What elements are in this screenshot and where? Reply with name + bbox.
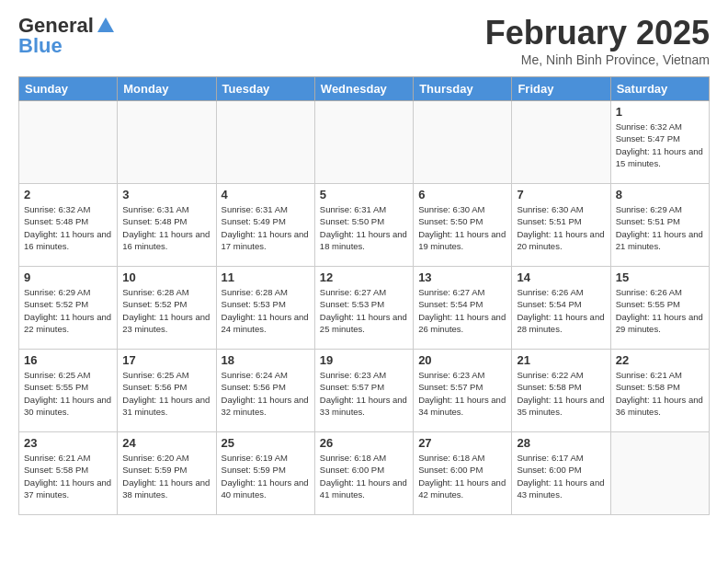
day-number: 7 (517, 188, 605, 201)
calendar-cell: 6Sunrise: 6:30 AM Sunset: 5:50 PM Daylig… (414, 184, 512, 267)
calendar-cell: 10Sunrise: 6:28 AM Sunset: 5:52 PM Dayli… (118, 267, 216, 350)
calendar-cell: 26Sunrise: 6:18 AM Sunset: 6:00 PM Dayli… (314, 432, 413, 515)
calendar-cell: 20Sunrise: 6:23 AM Sunset: 5:57 PM Dayli… (414, 350, 512, 432)
day-info: Sunrise: 6:26 AM Sunset: 5:55 PM Dayligh… (616, 286, 704, 335)
day-info: Sunrise: 6:29 AM Sunset: 5:52 PM Dayligh… (24, 286, 112, 335)
calendar-cell: 27Sunrise: 6:18 AM Sunset: 6:00 PM Dayli… (414, 432, 512, 515)
day-number: 5 (320, 188, 408, 201)
day-info: Sunrise: 6:31 AM Sunset: 5:49 PM Dayligh… (222, 203, 310, 252)
calendar-cell: 17Sunrise: 6:25 AM Sunset: 5:56 PM Dayli… (118, 350, 216, 432)
weekday-header-saturday: Saturday (610, 77, 709, 101)
day-number: 18 (222, 353, 310, 367)
day-number: 4 (222, 188, 310, 201)
day-number: 11 (222, 270, 310, 284)
day-number: 9 (24, 270, 112, 284)
day-number: 22 (616, 353, 704, 367)
day-info: Sunrise: 6:17 AM Sunset: 6:00 PM Dayligh… (517, 452, 605, 500)
week-row-4: 16Sunrise: 6:25 AM Sunset: 5:55 PM Dayli… (19, 350, 710, 432)
calendar-cell (19, 101, 118, 184)
page: General Blue February 2025 Me, Ninh Binh… (0, 0, 728, 529)
month-title: February 2025 (485, 14, 710, 52)
calendar-cell: 7Sunrise: 6:30 AM Sunset: 5:51 PM Daylig… (512, 184, 610, 267)
day-info: Sunrise: 6:18 AM Sunset: 6:00 PM Dayligh… (320, 452, 408, 500)
day-info: Sunrise: 6:32 AM Sunset: 5:48 PM Dayligh… (24, 203, 112, 252)
day-info: Sunrise: 6:29 AM Sunset: 5:51 PM Dayligh… (616, 203, 704, 252)
calendar-cell: 1Sunrise: 6:32 AM Sunset: 5:47 PM Daylig… (610, 101, 709, 184)
calendar-cell: 11Sunrise: 6:28 AM Sunset: 5:53 PM Dayli… (216, 267, 314, 350)
weekday-header-thursday: Thursday (414, 77, 512, 101)
day-info: Sunrise: 6:20 AM Sunset: 5:59 PM Dayligh… (122, 452, 210, 500)
calendar-cell: 5Sunrise: 6:31 AM Sunset: 5:50 PM Daylig… (314, 184, 413, 267)
day-info: Sunrise: 6:25 AM Sunset: 5:56 PM Dayligh… (122, 369, 210, 418)
day-info: Sunrise: 6:27 AM Sunset: 5:54 PM Dayligh… (418, 286, 506, 335)
day-number: 28 (517, 436, 605, 450)
day-number: 8 (616, 188, 704, 201)
calendar-cell (216, 101, 314, 184)
calendar-cell: 23Sunrise: 6:21 AM Sunset: 5:58 PM Dayli… (19, 432, 118, 515)
calendar-cell (314, 101, 413, 184)
day-number: 13 (418, 270, 506, 284)
weekday-header-wednesday: Wednesday (314, 77, 413, 101)
day-number: 1 (616, 105, 704, 119)
day-info: Sunrise: 6:26 AM Sunset: 5:54 PM Dayligh… (517, 286, 605, 335)
calendar-cell: 8Sunrise: 6:29 AM Sunset: 5:51 PM Daylig… (610, 184, 709, 267)
logo: General Blue (18, 14, 116, 58)
day-number: 23 (24, 436, 112, 450)
logo-blue-text: Blue (18, 34, 63, 58)
calendar-cell: 9Sunrise: 6:29 AM Sunset: 5:52 PM Daylig… (19, 267, 118, 350)
svg-marker-0 (97, 17, 114, 32)
calendar-cell (610, 432, 709, 515)
day-info: Sunrise: 6:21 AM Sunset: 5:58 PM Dayligh… (24, 452, 112, 500)
day-number: 2 (24, 188, 112, 201)
calendar-cell: 4Sunrise: 6:31 AM Sunset: 5:49 PM Daylig… (216, 184, 314, 267)
week-row-1: 1Sunrise: 6:32 AM Sunset: 5:47 PM Daylig… (19, 101, 710, 184)
calendar-cell (414, 101, 512, 184)
location: Me, Ninh Binh Province, Vietnam (485, 52, 710, 67)
day-info: Sunrise: 6:22 AM Sunset: 5:58 PM Dayligh… (517, 369, 605, 418)
day-info: Sunrise: 6:23 AM Sunset: 5:57 PM Dayligh… (418, 369, 506, 418)
title-area: February 2025 Me, Ninh Binh Province, Vi… (485, 14, 710, 67)
day-number: 17 (122, 353, 210, 367)
day-number: 27 (418, 436, 506, 450)
calendar-cell: 24Sunrise: 6:20 AM Sunset: 5:59 PM Dayli… (118, 432, 216, 515)
week-row-5: 23Sunrise: 6:21 AM Sunset: 5:58 PM Dayli… (19, 432, 710, 515)
day-info: Sunrise: 6:24 AM Sunset: 5:56 PM Dayligh… (222, 369, 310, 418)
day-info: Sunrise: 6:19 AM Sunset: 5:59 PM Dayligh… (222, 452, 310, 500)
day-info: Sunrise: 6:28 AM Sunset: 5:53 PM Dayligh… (222, 286, 310, 335)
logo-icon (96, 16, 116, 36)
calendar-cell: 16Sunrise: 6:25 AM Sunset: 5:55 PM Dayli… (19, 350, 118, 432)
calendar-cell: 3Sunrise: 6:31 AM Sunset: 5:48 PM Daylig… (118, 184, 216, 267)
day-info: Sunrise: 6:31 AM Sunset: 5:48 PM Dayligh… (122, 203, 210, 252)
day-info: Sunrise: 6:32 AM Sunset: 5:47 PM Dayligh… (616, 121, 704, 169)
calendar-cell (118, 101, 216, 184)
weekday-header-friday: Friday (512, 77, 610, 101)
calendar-table: SundayMondayTuesdayWednesdayThursdayFrid… (18, 76, 710, 515)
day-number: 16 (24, 353, 112, 367)
day-info: Sunrise: 6:25 AM Sunset: 5:55 PM Dayligh… (24, 369, 112, 418)
day-number: 12 (320, 270, 408, 284)
week-row-2: 2Sunrise: 6:32 AM Sunset: 5:48 PM Daylig… (19, 184, 710, 267)
calendar-cell: 13Sunrise: 6:27 AM Sunset: 5:54 PM Dayli… (414, 267, 512, 350)
calendar-cell: 12Sunrise: 6:27 AM Sunset: 5:53 PM Dayli… (314, 267, 413, 350)
day-info: Sunrise: 6:31 AM Sunset: 5:50 PM Dayligh… (320, 203, 408, 252)
day-number: 10 (122, 270, 210, 284)
day-number: 6 (418, 188, 506, 201)
header: General Blue February 2025 Me, Ninh Binh… (18, 14, 710, 67)
day-number: 3 (122, 188, 210, 201)
weekday-header-sunday: Sunday (19, 77, 118, 101)
weekday-header-monday: Monday (118, 77, 216, 101)
day-info: Sunrise: 6:27 AM Sunset: 5:53 PM Dayligh… (320, 286, 408, 335)
day-number: 19 (320, 353, 408, 367)
calendar-cell: 14Sunrise: 6:26 AM Sunset: 5:54 PM Dayli… (512, 267, 610, 350)
weekday-header-row: SundayMondayTuesdayWednesdayThursdayFrid… (19, 77, 710, 101)
calendar-cell: 19Sunrise: 6:23 AM Sunset: 5:57 PM Dayli… (314, 350, 413, 432)
calendar-cell (512, 101, 610, 184)
calendar-cell: 28Sunrise: 6:17 AM Sunset: 6:00 PM Dayli… (512, 432, 610, 515)
day-number: 15 (616, 270, 704, 284)
day-info: Sunrise: 6:21 AM Sunset: 5:58 PM Dayligh… (616, 369, 704, 418)
day-number: 14 (517, 270, 605, 284)
day-number: 25 (222, 436, 310, 450)
calendar-cell: 15Sunrise: 6:26 AM Sunset: 5:55 PM Dayli… (610, 267, 709, 350)
day-info: Sunrise: 6:30 AM Sunset: 5:50 PM Dayligh… (418, 203, 506, 252)
day-number: 24 (122, 436, 210, 450)
